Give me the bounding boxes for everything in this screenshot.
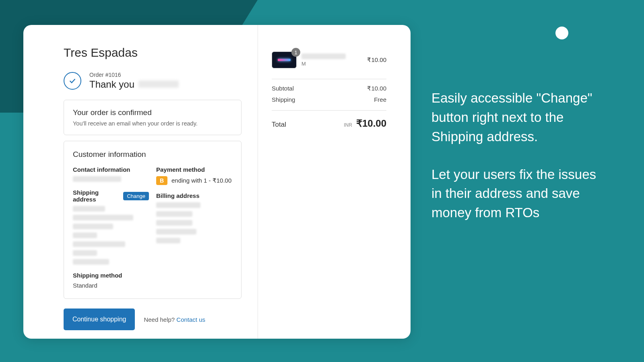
checkmark-icon bbox=[64, 72, 81, 90]
ship-line bbox=[73, 232, 97, 238]
shipping-address-label: Shipping address bbox=[73, 189, 120, 203]
order-number: Order #1016 bbox=[89, 72, 179, 78]
line-item-price: ₹10.00 bbox=[367, 56, 386, 64]
footer-row: Continue shopping Need help? Contact us bbox=[64, 309, 242, 330]
shipping-method-value: Standard bbox=[73, 282, 149, 289]
order-summary-pane: 1 M ₹10.00 Subtotal ₹10.00 Shipping Free… bbox=[258, 25, 411, 339]
product-thumbnail: 1 bbox=[272, 51, 297, 68]
order-confirmed-box: Your order is confirmed You'll receive a… bbox=[64, 100, 242, 135]
left-column: Contact information Shipping address Cha… bbox=[73, 166, 149, 289]
bill-line bbox=[156, 229, 196, 234]
shipping-row: Shipping Free bbox=[272, 96, 386, 103]
ship-line bbox=[73, 215, 133, 220]
shipping-method-heading: Shipping method bbox=[73, 272, 149, 279]
promo-paragraph-1: Easily accessible "Change" button right … bbox=[431, 88, 601, 146]
line-item: 1 M ₹10.00 bbox=[272, 51, 386, 68]
right-column: Payment method B ending with 1 - ₹10.00 … bbox=[156, 166, 232, 289]
ship-line bbox=[73, 206, 105, 212]
checkout-card: Tres Espadas Order #1016 Thank you Your … bbox=[23, 25, 411, 339]
customer-info-title: Customer information bbox=[73, 150, 232, 159]
store-name: Tres Espadas bbox=[64, 46, 242, 60]
thank-you-text: Thank you bbox=[89, 79, 134, 90]
confirmed-title: Your order is confirmed bbox=[73, 108, 232, 117]
quantity-badge: 1 bbox=[291, 48, 300, 57]
payment-method-heading: Payment method bbox=[156, 166, 232, 173]
bill-line bbox=[156, 202, 200, 208]
subtotal-value: ₹10.00 bbox=[367, 85, 386, 92]
contact-us-link[interactable]: Contact us bbox=[176, 316, 205, 323]
customer-info-box: Customer information Contact information… bbox=[64, 141, 242, 299]
shipping-label: Shipping bbox=[272, 96, 295, 103]
thank-you-row: Order #1016 Thank you bbox=[64, 72, 242, 90]
order-status-pane: Tres Espadas Order #1016 Thank you Your … bbox=[23, 25, 258, 339]
bill-line bbox=[156, 238, 180, 243]
shipping-address-heading: Shipping address Change bbox=[73, 189, 149, 203]
ship-line bbox=[73, 224, 113, 229]
ship-line bbox=[73, 259, 109, 265]
total-row: Total INR ₹10.00 bbox=[272, 110, 386, 129]
payment-badge-icon: B bbox=[156, 176, 167, 185]
marketing-copy: Easily accessible "Change" button right … bbox=[431, 88, 601, 241]
product-variant: M bbox=[301, 61, 362, 67]
subtotal-row: Subtotal ₹10.00 bbox=[272, 85, 386, 92]
subtotal-label: Subtotal bbox=[272, 85, 294, 92]
need-help-label: Need help? bbox=[144, 316, 175, 323]
payment-method-row: B ending with 1 - ₹10.00 bbox=[156, 176, 232, 185]
payment-text: ending with 1 - ₹10.00 bbox=[171, 177, 231, 184]
confirmed-subtitle: You'll receive an email when your order … bbox=[73, 120, 232, 127]
total-amount: ₹10.00 bbox=[356, 118, 386, 129]
ship-line bbox=[73, 241, 125, 247]
customer-name-redacted bbox=[138, 80, 179, 88]
ship-line bbox=[73, 250, 97, 256]
continue-shopping-button[interactable]: Continue shopping bbox=[64, 309, 135, 330]
decor-dot bbox=[555, 27, 568, 39]
total-label: Total bbox=[272, 121, 286, 129]
currency-code: INR bbox=[344, 122, 352, 128]
bill-line bbox=[156, 220, 192, 226]
billing-address-heading: Billing address bbox=[156, 192, 232, 199]
contact-info-heading: Contact information bbox=[73, 166, 149, 173]
contact-email-redacted bbox=[73, 176, 121, 182]
bill-line bbox=[156, 211, 192, 217]
shipping-value: Free bbox=[374, 96, 386, 103]
change-shipping-button[interactable]: Change bbox=[123, 192, 149, 200]
product-name-redacted bbox=[301, 53, 346, 59]
promo-paragraph-2: Let your users fix the issues in their a… bbox=[431, 165, 601, 223]
need-help-text: Need help? Contact us bbox=[144, 316, 205, 323]
